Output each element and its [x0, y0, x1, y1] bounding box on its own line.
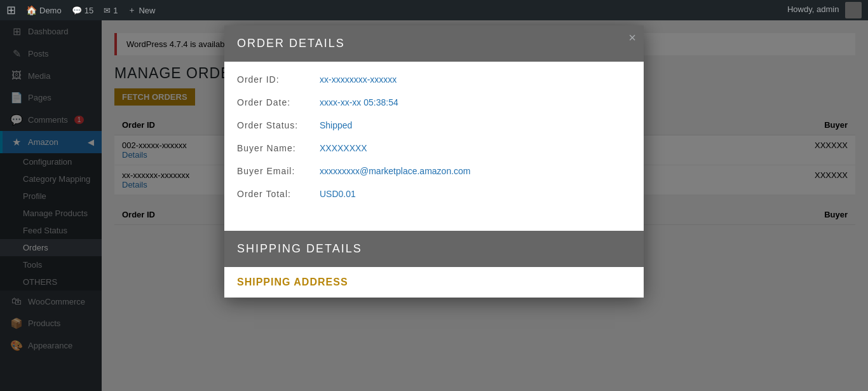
message-icon: ✉	[104, 6, 111, 15]
user-label: Howdy, admin	[787, 2, 862, 18]
buyer-email-row: Buyer Email: xxxxxxxxx@marketplace.amazo…	[237, 166, 631, 176]
home-icon: 🏠	[26, 5, 37, 15]
order-details-body: Order ID: xx-xxxxxxxx-xxxxxx Order Date:…	[224, 62, 644, 224]
order-id-value: xx-xxxxxxxx-xxxxxx	[320, 74, 397, 85]
order-id-row: Order ID: xx-xxxxxxxx-xxxxxx	[237, 74, 631, 85]
order-total-row: Order Total: USD0.01	[237, 189, 631, 199]
buyer-email-value: xxxxxxxxx@marketplace.amazon.com	[320, 166, 471, 176]
new-button[interactable]: ＋ New	[128, 4, 155, 16]
buyer-name-value: XXXXXXXX	[320, 143, 367, 153]
shipping-details-header: SHIPPING DETAILS	[224, 231, 644, 267]
order-id-label: Order ID:	[237, 74, 320, 85]
order-details-modal: × ORDER DETAILS Order ID: xx-xxxxxxxx-xx…	[224, 25, 644, 298]
order-status-row: Order Status: Shipped	[237, 120, 631, 130]
comments-count[interactable]: 💬 15	[72, 6, 93, 15]
buyer-name-row: Buyer Name: XXXXXXXX	[237, 143, 631, 153]
order-total-value: USD0.01	[320, 189, 356, 199]
wp-logo[interactable]: ⊞	[6, 3, 16, 17]
order-date-row: Order Date: xxxx-xx-xx 05:38:54	[237, 97, 631, 107]
order-date-label: Order Date:	[237, 97, 320, 107]
messages-count[interactable]: ✉ 1	[104, 6, 118, 15]
buyer-name-label: Buyer Name:	[237, 143, 320, 153]
site-name[interactable]: 🏠 Demo	[26, 5, 62, 15]
modal-close-button[interactable]: ×	[628, 31, 636, 45]
order-date-value: xxxx-xx-xx 05:38:54	[320, 97, 398, 107]
admin-bar: ⊞ 🏠 Demo 💬 15 ✉ 1 ＋ New Howdy, admin	[0, 0, 868, 20]
comment-icon: 💬	[72, 6, 82, 15]
avatar	[845, 2, 862, 18]
plus-icon: ＋	[128, 4, 136, 16]
buyer-email-label: Buyer Email:	[237, 166, 320, 176]
modal-overlay[interactable]: × ORDER DETAILS Order ID: xx-xxxxxxxx-xx…	[0, 0, 868, 391]
order-details-header: ORDER DETAILS	[224, 25, 644, 62]
order-total-label: Order Total:	[237, 189, 320, 199]
order-status-value: Shipped	[320, 120, 352, 130]
order-status-label: Order Status:	[237, 120, 320, 130]
shipping-address-title: SHIPPING ADDRESS	[224, 267, 644, 298]
wp-icon: ⊞	[6, 3, 16, 17]
